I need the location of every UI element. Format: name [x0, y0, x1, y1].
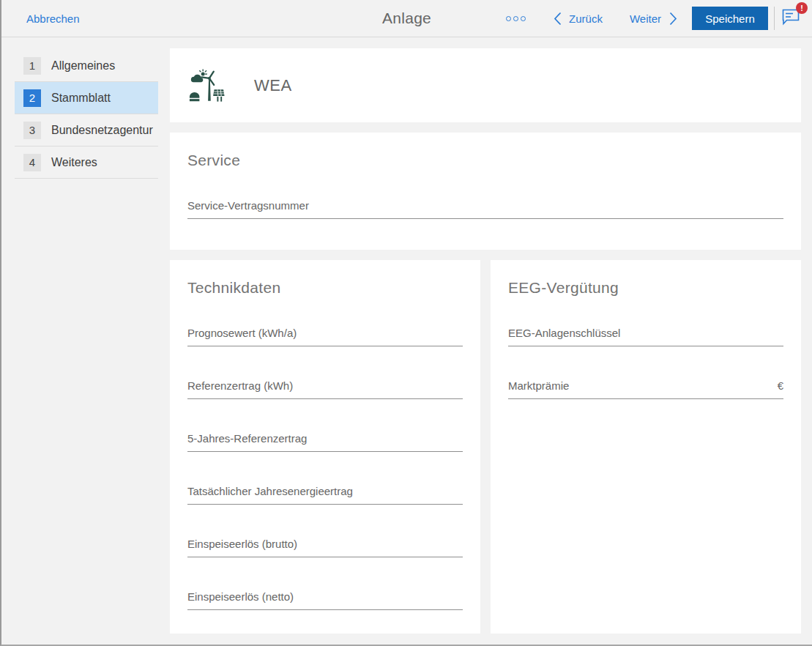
field-label: Referenzertrag (kWh): [187, 379, 293, 392]
step-label: Weiteres: [51, 156, 97, 169]
topbar-divider: [774, 7, 775, 30]
step-label: Bundesnetzagentur: [51, 124, 153, 137]
step-label: Allgemeines: [51, 59, 115, 73]
field-service-vertragsnummer[interactable]: Service-Vertragsnummer: [187, 199, 783, 219]
technikdaten-section-card: Technikdaten Prognosewert (kWh/a) Refere…: [170, 260, 480, 634]
two-column-row: Technikdaten Prognosewert (kWh/a) Refere…: [170, 260, 801, 634]
field-einspeiseerloes-netto[interactable]: Einspeiseerlös (netto): [187, 590, 463, 610]
field-label: Service-Vertragsnummer: [187, 199, 309, 212]
field-label: Tatsächlicher Jahresenergieertrag: [187, 485, 353, 497]
step-number: 4: [23, 154, 41, 171]
sidebar-item-allgemeines[interactable]: 1 Allgemeines: [15, 50, 158, 82]
back-button[interactable]: Zurück: [554, 12, 603, 26]
field-label: Marktprämie: [508, 379, 569, 392]
next-button-label: Weiter: [630, 12, 661, 25]
field-marktpraemie[interactable]: Marktprämie €: [508, 379, 783, 399]
alert-badge: !: [796, 2, 808, 14]
step-number: 3: [23, 122, 41, 139]
field-label: Einspeiseerlös (netto): [187, 590, 294, 603]
notes-comment-icon[interactable]: !: [781, 7, 802, 30]
cancel-button[interactable]: Abbrechen: [26, 12, 80, 25]
field-label: Einspeiseerlös (brutto): [187, 538, 297, 550]
sidebar-item-stammblatt[interactable]: 2 Stammblatt: [15, 82, 158, 114]
field-referenzertrag[interactable]: Referenzertrag (kWh): [187, 379, 463, 399]
section-title-eeg-verguetung: EEG-Vergütung: [508, 279, 783, 297]
back-button-label: Zurück: [569, 12, 603, 25]
chevron-left-icon: [554, 12, 562, 26]
entity-header-card: WEA: [170, 48, 801, 122]
entity-title: WEA: [254, 76, 292, 95]
field-label: Prognosewert (kWh/a): [187, 327, 297, 339]
anlage-dialog-window: Abbrechen Anlage Zurück Weiter Speiche: [0, 0, 812, 646]
more-options-icon[interactable]: [504, 13, 527, 24]
main-panel: WEA Service Service-Vertragsnummer Techn…: [170, 48, 801, 634]
topbar-actions: Zurück Weiter Speichern !: [504, 7, 812, 30]
step-label: Stammblatt: [51, 92, 111, 105]
top-action-bar: Abbrechen Anlage Zurück Weiter Speiche: [1, 0, 812, 37]
more-options-dot: [513, 16, 518, 21]
step-number: 1: [23, 57, 41, 75]
page-title: Anlage: [382, 10, 431, 27]
field-tatsaechlicher-jahresenergieertrag[interactable]: Tatsächlicher Jahresenergieertrag: [187, 485, 463, 505]
dialog-content: 1 Allgemeines 2 Stammblatt 3 Bundesnetza…: [1, 37, 812, 645]
sidebar-item-bundesnetzagentur[interactable]: 3 Bundesnetzagentur: [15, 114, 158, 146]
field-einspeiseerloes-brutto[interactable]: Einspeiseerlös (brutto): [187, 538, 463, 557]
more-options-dot: [506, 16, 511, 21]
currency-euro-suffix: €: [778, 379, 783, 392]
more-options-dot: [521, 16, 526, 21]
section-title-technikdaten: Technikdaten: [187, 279, 463, 297]
service-section-card: Service Service-Vertragsnummer: [170, 133, 801, 250]
field-label: EEG-Anlagenschlüssel: [508, 327, 620, 339]
section-title-service: Service: [187, 152, 783, 169]
field-label: 5-Jahres-Referenzertrag: [187, 432, 307, 445]
field-prognosewert[interactable]: Prognosewert (kWh/a): [187, 327, 463, 346]
next-button[interactable]: Weiter: [630, 12, 677, 26]
eeg-verguetung-section-card: EEG-Vergütung EEG-Anlagenschlüssel Markt…: [491, 260, 801, 634]
wind-energy-icon: [188, 68, 225, 103]
field-5-jahres-referenzertrag[interactable]: 5-Jahres-Referenzertrag: [187, 432, 463, 452]
chevron-right-icon: [669, 12, 677, 26]
save-button[interactable]: Speichern: [692, 7, 768, 30]
wizard-step-list: 1 Allgemeines 2 Stammblatt 3 Bundesnetza…: [15, 50, 158, 179]
step-number: 2: [23, 89, 41, 107]
sidebar-item-weiteres[interactable]: 4 Weiteres: [15, 146, 158, 179]
field-eeg-anlagenschluessel[interactable]: EEG-Anlagenschlüssel: [508, 327, 783, 346]
